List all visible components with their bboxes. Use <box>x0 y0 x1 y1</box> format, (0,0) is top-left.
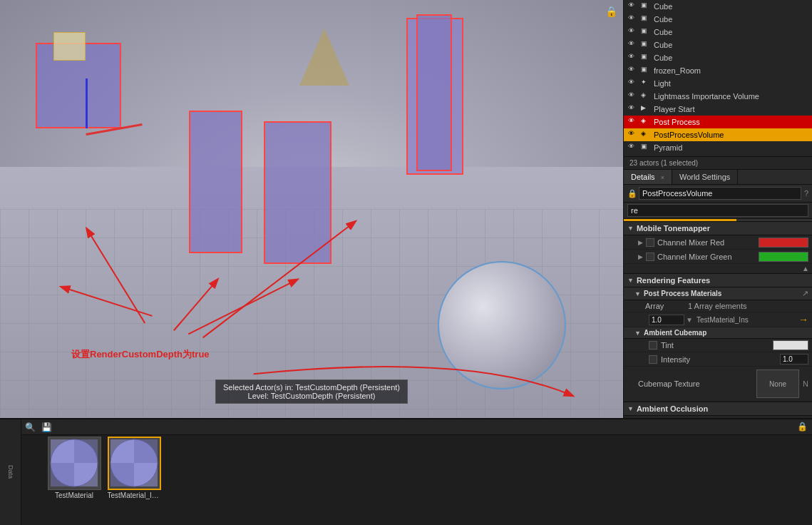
intensity-input[interactable] <box>780 354 808 365</box>
outliner-label: Cube <box>654 15 672 24</box>
search-icon[interactable]: 🔍 <box>25 422 36 432</box>
player-icon: ▶ <box>641 104 651 114</box>
tint-checkbox[interactable] <box>649 341 657 350</box>
eye-icon[interactable]: 👁 <box>628 143 638 153</box>
outliner-item-frozen-room[interactable]: 👁 ▣ frozen_Room <box>624 64 812 77</box>
eye-icon[interactable]: 👁 <box>628 27 638 37</box>
section-ambient-occlusion-label: Ambient Occlusion <box>637 404 708 413</box>
section-ambient-occlusion[interactable]: ▼ Ambient Occlusion <box>624 402 812 416</box>
bottom-bar: 🔒 🔍 💾 Data <box>0 418 812 525</box>
mesh-icon: ▣ <box>641 40 651 50</box>
mesh-icon: ▣ <box>641 27 651 37</box>
tint-label: Tint <box>661 341 773 350</box>
details-panel: 🔒 ? ▼ Mobile Tonemapper ▶ <box>624 185 812 418</box>
subsection-post-process-materials[interactable]: ▼ Post Process Materials ↗ <box>624 287 812 300</box>
subsection-ambient-cubemap[interactable]: ▼ Ambient Cubemap <box>624 327 812 339</box>
section-rendering-features[interactable]: ▼ Rendering Features <box>624 273 812 287</box>
section-mobile-tonemapper[interactable]: ▼ Mobile Tonemapper <box>624 221 812 235</box>
cubemap-texture-none-box[interactable]: None <box>756 369 799 398</box>
mesh-icon: ▣ <box>641 143 651 153</box>
outliner-item-player-start[interactable]: 👁 ▶ Player Start <box>624 103 812 116</box>
cubemap-texture-row: Cubemap Texture None N <box>624 367 812 402</box>
eye-icon[interactable]: 👁 <box>628 14 638 24</box>
outliner-label: Cube <box>654 53 672 62</box>
asset-item-test-material[interactable]: TestMaterial <box>46 437 103 525</box>
section-collapse-icon: ▼ <box>627 277 634 284</box>
help-icon[interactable]: ? <box>804 189 808 198</box>
search-input[interactable] <box>627 204 808 217</box>
eye-icon[interactable]: 👁 <box>628 117 638 127</box>
channel-red-label: Channel Mixer Red <box>657 238 759 247</box>
subsection-post-process-materials-label: Post Process Materials <box>644 290 722 297</box>
outliner-item-post-process[interactable]: 👁 ◈ Post Process <box>624 116 812 128</box>
outliner-item-cube5[interactable]: 👁 ▣ Cube <box>624 51 812 64</box>
channel-green-checkbox[interactable] <box>646 253 654 261</box>
annotation-text: 设置RenderCustomDepth为true <box>71 348 210 361</box>
asset-thumb-test-material[interactable] <box>48 437 101 490</box>
bottom-lock-icon[interactable]: 🔒 <box>793 419 812 434</box>
vol-icon: ◈ <box>641 130 651 140</box>
eye-icon[interactable]: 👁 <box>628 104 638 114</box>
vol-icon: ◈ <box>641 117 651 127</box>
viewport-lock-icon[interactable]: 🔒 <box>605 6 617 17</box>
save-icon[interactable]: 💾 <box>41 422 52 432</box>
channel-red-value[interactable] <box>759 238 808 248</box>
mesh-icon: ▣ <box>641 53 651 63</box>
channel-red-checkbox[interactable] <box>646 238 654 247</box>
outliner-item-cube2[interactable]: 👁 ▣ Cube <box>624 13 812 26</box>
eye-icon[interactable]: 👁 <box>628 40 638 50</box>
eye-icon[interactable]: 👁 <box>628 91 638 101</box>
channel-green-value[interactable] <box>759 252 808 262</box>
outliner-label: Player Start <box>654 105 694 113</box>
eye-icon[interactable]: 👁 <box>628 1 638 11</box>
outliner-item-post-process-volume[interactable]: 👁 ◈ PostProcessVolume <box>624 128 812 141</box>
array-item-num-input[interactable] <box>649 315 684 325</box>
detail-tabs: Details × World Settings <box>624 170 812 185</box>
array-item-dropdown[interactable]: ▼ <box>686 316 693 324</box>
outliner-label: PostProcessVolume <box>654 131 724 139</box>
intensity-checkbox[interactable] <box>649 355 657 364</box>
small-cube-1 <box>53 32 86 61</box>
prop-expand-icon[interactable]: ▶ <box>638 239 643 246</box>
eye-icon[interactable]: 👁 <box>628 53 638 63</box>
arrow-right-icon: → <box>798 314 808 325</box>
tint-color-value[interactable] <box>773 340 808 350</box>
eye-icon[interactable]: 👁 <box>628 130 638 140</box>
outliner-item-cube4[interactable]: 👁 ▣ Cube <box>624 39 812 51</box>
actor-name-input[interactable] <box>639 187 801 200</box>
outliner-item-cube3[interactable]: 👁 ▣ Cube <box>624 26 812 39</box>
prop-expand-icon[interactable]: ▶ <box>638 253 643 260</box>
outliner[interactable]: 👁 ▣ Cube 👁 ▣ Cube 👁 ▣ Cube 👁 ▣ C <box>624 0 812 157</box>
tab-world-settings[interactable]: World Settings <box>672 170 738 184</box>
outliner-label: Pyramid <box>654 143 682 152</box>
bottom-assets: TestMaterial TestMaterial_Inst <box>21 419 165 525</box>
scroll-down-arrow[interactable]: ▲ <box>624 264 812 273</box>
viewport[interactable]: 设置RenderCustomDepth为true Selected Actor(… <box>0 0 623 418</box>
status-line2: Level: TestCustomDepth (Persistent) <box>223 392 400 400</box>
section-collapse-icon: ▼ <box>627 405 634 412</box>
actor-count: 23 actors (1 selected) <box>624 157 812 170</box>
viewport-status: Selected Actor(s) in: TestCustomDepth (P… <box>215 379 408 404</box>
tab-details-label: Details <box>631 173 655 181</box>
eye-icon[interactable]: 👁 <box>628 66 638 76</box>
tab-details-close[interactable]: × <box>661 174 664 181</box>
asset-thumb-test-material-inst[interactable] <box>108 437 161 490</box>
status-line1: Selected Actor(s) in: TestCustomDepth (P… <box>223 383 400 392</box>
tab-details[interactable]: Details × <box>624 170 672 184</box>
outliner-item-cube1[interactable]: 👁 ▣ Cube <box>624 0 812 13</box>
main-container: 设置RenderCustomDepth为true Selected Actor(… <box>0 0 812 525</box>
eye-icon[interactable]: 👁 <box>628 78 638 88</box>
outliner-item-pyramid[interactable]: 👁 ▣ Pyramid <box>624 141 812 154</box>
array-item-value: TestMaterial_Ins <box>697 316 798 324</box>
outliner-item-lightmass[interactable]: 👁 ◈ Lightmass Importance Volume <box>624 90 812 103</box>
asset-item-test-material-inst[interactable]: TestMaterial_Inst <box>106 437 163 525</box>
array-row: Array 1 Array elements <box>624 300 812 312</box>
vol-icon: ◈ <box>641 91 651 101</box>
subsection-ambient-cubemap-label: Ambient Cubemap <box>644 329 706 337</box>
pp-materials-link-icon[interactable]: ↗ <box>802 289 808 298</box>
outliner-label: Cube <box>654 2 672 11</box>
outliner-item-light[interactable]: 👁 ✦ Light <box>624 77 812 90</box>
outliner-label: Cube <box>654 28 672 36</box>
sphere-object <box>438 261 566 389</box>
channel-green-label: Channel Mixer Green <box>657 253 759 261</box>
